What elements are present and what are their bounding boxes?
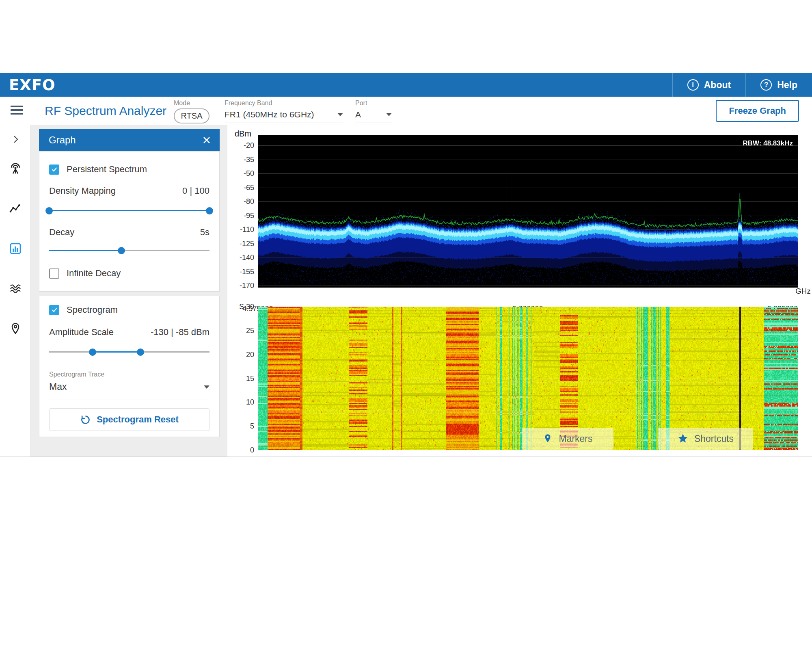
trend-line-icon <box>9 202 22 215</box>
density-mapping-row: Density Mapping 0 | 100 <box>49 186 209 196</box>
mode-label: Mode <box>174 100 209 107</box>
frequency-band-label: Frequency Band <box>225 100 343 107</box>
slider-track-active <box>49 210 209 211</box>
charts-area: dBm -20-35-50-65-80-95-110-125-140-155-1… <box>227 125 812 457</box>
mode-field: Mode RTSA <box>174 100 209 123</box>
decay-value: 5s <box>200 227 209 238</box>
persistence-spectrum-plot[interactable] <box>258 135 798 288</box>
persistent-spectrum-checkbox[interactable] <box>49 165 59 175</box>
tick-label: S 30 <box>227 302 254 311</box>
location-pin-icon <box>9 322 22 335</box>
density-mapping-slider[interactable] <box>49 204 209 217</box>
spectrogram-trace-value: Max <box>49 381 67 392</box>
question-icon: ? <box>760 79 772 91</box>
app-window: EXFO i About ? Help RF Spectrum Analyzer… <box>0 73 812 457</box>
spectrogram-reset-button[interactable]: Spectrogram Reset <box>49 408 209 431</box>
sidebar-item-antenna[interactable] <box>8 161 23 177</box>
tick-label: 25 <box>227 326 254 335</box>
decay-slider[interactable] <box>49 244 209 257</box>
antenna-icon <box>9 162 22 175</box>
spectrogram-y-axis-labels: S 302520151050 <box>227 307 254 450</box>
amplitude-scale-value: -130 | -85 dBm <box>151 327 209 338</box>
page: EXFO i About ? Help RF Spectrum Analyzer… <box>0 0 812 671</box>
about-label: About <box>704 80 731 91</box>
spectrogram-reset-label: Spectrogram Reset <box>97 414 179 425</box>
slider-handle-high[interactable] <box>137 348 144 356</box>
tick-label: -125 <box>227 239 254 248</box>
graph-panel-header: Graph <box>39 129 220 151</box>
density-mapping-value: 0 | 100 <box>182 186 209 196</box>
chevron-right-icon <box>11 134 20 144</box>
infinite-decay-label: Infinite Decay <box>67 268 121 279</box>
markers-button[interactable]: Markers <box>522 428 613 450</box>
info-icon: i <box>687 79 699 91</box>
spectrum-y-axis-labels: -20-35-50-65-80-95-110-125-140-155-170 <box>227 135 254 288</box>
about-button[interactable]: i About <box>672 73 745 97</box>
tick-label: -65 <box>227 183 254 192</box>
help-button[interactable]: ? Help <box>745 73 812 97</box>
spectrogram-row: Spectrogram <box>49 304 209 316</box>
tick-label: 10 <box>227 398 254 407</box>
left-icon-rail <box>0 125 30 457</box>
shortcuts-button[interactable]: Shortcuts <box>658 428 753 450</box>
panel-column: Graph Persistent Spectrum <box>30 125 227 457</box>
header-actions: i About ? Help <box>672 73 812 97</box>
tick-label: 0 <box>227 446 254 455</box>
freeze-graph-button[interactable]: Freeze Graph <box>716 100 799 122</box>
slider-track-active <box>49 250 121 251</box>
expand-panel-button[interactable] <box>8 132 23 147</box>
toolbar: RF Spectrum Analyzer Mode RTSA Frequency… <box>0 97 812 125</box>
marker-pin-icon <box>542 433 553 444</box>
spectrogram-checkbox[interactable] <box>49 305 59 315</box>
persistent-spectrum-card: Persistent Spectrum Density Mapping 0 | … <box>39 151 220 292</box>
spectrogram-trace-label: Spectrogram Trace <box>49 371 104 378</box>
tick-label: -155 <box>227 267 254 276</box>
tick-label: 15 <box>227 374 254 383</box>
tick-label: -95 <box>227 211 254 220</box>
check-icon <box>51 166 58 173</box>
amplitude-scale-label: Amplitude Scale <box>49 327 114 338</box>
multi-trace-icon <box>9 282 22 295</box>
slider-handle-low[interactable] <box>89 348 96 356</box>
sidebar-item-multi-trace[interactable] <box>8 281 23 297</box>
slider-handle[interactable] <box>118 247 125 254</box>
amplitude-scale-row: Amplitude Scale -130 | -85 dBm <box>49 327 209 338</box>
chevron-down-icon <box>204 385 209 389</box>
tick-label: -110 <box>227 225 254 234</box>
port-label: Port <box>355 100 392 107</box>
sidebar-item-graph-active[interactable] <box>8 241 23 256</box>
spectrogram-trace-select[interactable]: Spectrogram Trace Max <box>49 371 209 400</box>
persistence-spectrum-chart: RBW: 48.83kHz <box>258 135 798 288</box>
sidebar-item-markers[interactable] <box>8 321 23 336</box>
top-header-bar: EXFO i About ? Help <box>0 73 812 97</box>
check-icon <box>51 306 58 314</box>
tick-label: -50 <box>227 169 254 178</box>
frequency-band-value: FR1 (450MHz to 6GHz) <box>225 110 314 119</box>
close-icon[interactable] <box>202 135 212 145</box>
sidebar-item-spectrum-trace[interactable] <box>8 201 23 216</box>
mode-value-chip[interactable]: RTSA <box>174 108 209 123</box>
shortcuts-label: Shortcuts <box>694 433 734 444</box>
tick-label: -80 <box>227 197 254 206</box>
markers-label: Markers <box>559 433 592 444</box>
port-value: A <box>355 110 361 119</box>
tick-label: 5 <box>227 422 254 431</box>
density-mapping-label: Density Mapping <box>49 186 116 196</box>
tick-label: 20 <box>227 350 254 359</box>
menu-icon[interactable] <box>11 106 23 117</box>
content-area: Graph Persistent Spectrum <box>0 125 812 457</box>
frequency-band-select[interactable]: Frequency Band FR1 (450MHz to 6GHz) <box>225 100 343 123</box>
reset-icon <box>80 414 91 425</box>
slider-handle-low[interactable] <box>45 207 53 214</box>
bar-chart-icon <box>9 242 22 255</box>
infinite-decay-row: Infinite Decay <box>49 268 209 279</box>
tick-label: -35 <box>227 155 254 164</box>
infinite-decay-checkbox[interactable] <box>49 268 59 279</box>
decay-row: Decay 5s <box>49 227 209 238</box>
slider-handle-high[interactable] <box>206 207 213 214</box>
help-label: Help <box>777 80 797 91</box>
spectrogram-label: Spectrogram <box>67 305 118 315</box>
amplitude-scale-slider[interactable] <box>49 346 209 359</box>
graph-panel: Graph Persistent Spectrum <box>39 129 220 437</box>
port-select[interactable]: Port A <box>355 100 392 123</box>
